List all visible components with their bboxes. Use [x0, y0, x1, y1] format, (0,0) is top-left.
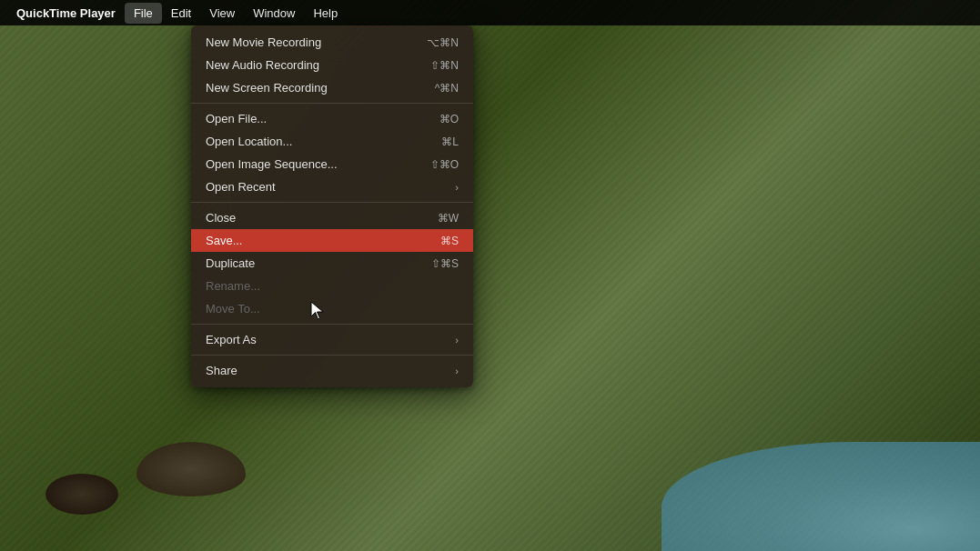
menu-item-move-to-label: Move To...	[206, 302, 440, 316]
menu-item-new-movie-shortcut: ⌥⌘N	[427, 36, 459, 49]
menu-item-close-shortcut: ⌘W	[438, 212, 459, 225]
separator-4	[191, 355, 473, 356]
separator-2	[191, 202, 473, 203]
menu-item-export-as[interactable]: Export As ›	[191, 328, 473, 351]
menubar-window[interactable]: Window	[244, 3, 304, 24]
menu-item-share[interactable]: Share ›	[191, 359, 473, 382]
menu-item-new-screen-shortcut: ^⌘N	[435, 82, 459, 95]
menu-item-new-audio[interactable]: New Audio Recording ⇧⌘N	[191, 54, 473, 76]
separator-1	[191, 103, 473, 104]
menu-item-open-image-seq-shortcut: ⇧⌘O	[430, 158, 459, 171]
menu-item-open-file-shortcut: ⌘O	[439, 113, 459, 125]
menu-item-new-screen[interactable]: New Screen Recording ^⌘N	[191, 76, 473, 99]
menu-item-save-shortcut: ⌘S	[440, 235, 459, 247]
menubar-view[interactable]: View	[200, 3, 244, 24]
menu-item-new-movie[interactable]: New Movie Recording ⌥⌘N	[191, 31, 473, 54]
menubar-edit[interactable]: Edit	[162, 3, 200, 24]
menu-item-open-file-label: Open File...	[206, 112, 421, 125]
menu-item-close-label: Close	[206, 211, 419, 225]
menu-item-rename: Rename...	[191, 275, 473, 297]
menubar: QuickTime Player File Edit View Window H…	[0, 0, 980, 25]
menu-item-export-as-label: Export As	[206, 333, 455, 346]
menubar-app-name[interactable]: QuickTime Player	[7, 3, 125, 24]
file-menu: New Movie Recording ⌥⌘N New Audio Record…	[191, 25, 473, 387]
menu-item-open-location-label: Open Location...	[206, 135, 423, 148]
separator-3	[191, 324, 473, 325]
menu-item-rename-label: Rename...	[206, 279, 440, 293]
menu-item-duplicate-shortcut: ⇧⌘S	[431, 257, 459, 270]
menubar-help[interactable]: Help	[304, 3, 347, 24]
menu-item-share-label: Share	[206, 364, 455, 377]
menu-item-duplicate[interactable]: Duplicate ⇧⌘S	[191, 252, 473, 275]
menu-item-open-location-shortcut: ⌘L	[441, 135, 459, 148]
menu-item-new-audio-shortcut: ⇧⌘N	[430, 59, 459, 72]
menu-item-move-to: Move To...	[191, 297, 473, 320]
share-arrow-icon: ›	[455, 366, 459, 376]
export-as-arrow-icon: ›	[455, 335, 459, 346]
menubar-file[interactable]: File	[125, 3, 162, 24]
menu-item-open-location[interactable]: Open Location... ⌘L	[191, 130, 473, 153]
menu-item-new-movie-label: New Movie Recording	[206, 35, 409, 49]
menu-item-open-recent-label: Open Recent	[206, 180, 455, 194]
menu-item-save-label: Save...	[206, 234, 422, 247]
open-recent-arrow-icon: ›	[455, 182, 459, 193]
rock-2	[45, 474, 118, 515]
menu-item-open-recent[interactable]: Open Recent ›	[191, 175, 473, 198]
background	[0, 0, 980, 551]
menu-item-save[interactable]: Save... ⌘S	[191, 229, 473, 252]
menu-item-close[interactable]: Close ⌘W	[191, 206, 473, 229]
menu-item-new-screen-label: New Screen Recording	[206, 81, 417, 95]
menu-item-new-audio-label: New Audio Recording	[206, 58, 412, 72]
menu-item-open-image-seq[interactable]: Open Image Sequence... ⇧⌘O	[191, 153, 473, 175]
menu-item-open-file[interactable]: Open File... ⌘O	[191, 107, 473, 130]
menu-item-open-image-seq-label: Open Image Sequence...	[206, 157, 412, 171]
menu-item-duplicate-label: Duplicate	[206, 256, 413, 270]
